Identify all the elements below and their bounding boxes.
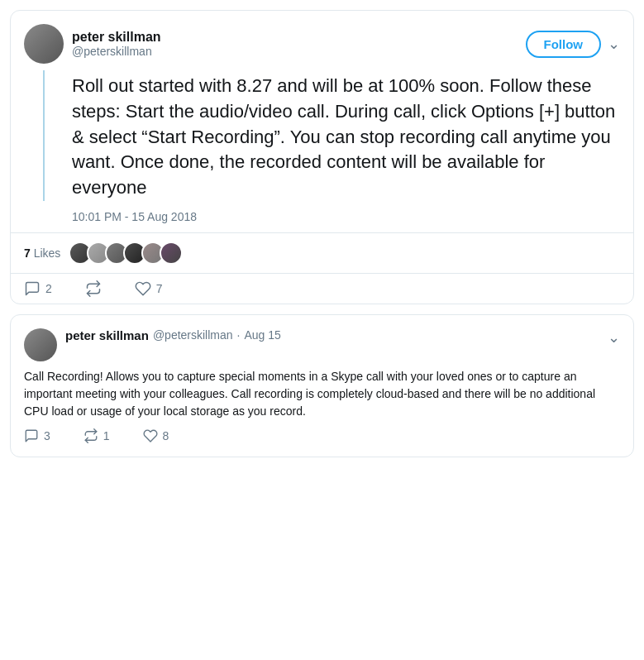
reply-date: Aug 15 bbox=[244, 328, 280, 342]
reply-like-count: 8 bbox=[163, 429, 169, 442]
reply-meta: peter skillman @peterskillman · Aug 15 bbox=[65, 328, 599, 342]
follow-button[interactable]: Follow bbox=[526, 31, 602, 58]
reply-actions-row: 3 1 8 bbox=[24, 428, 620, 443]
reply-icon bbox=[24, 280, 41, 297]
likes-row: 7 Likes bbox=[11, 233, 633, 274]
tweet-header: peter skillman @peterskillman Follow ⌄ bbox=[11, 11, 633, 70]
like-action[interactable]: 7 bbox=[135, 280, 163, 297]
left-col bbox=[24, 70, 64, 201]
tweet-meta: 10:01 PM - 15 Aug 2018 bbox=[11, 201, 633, 233]
reply-tweet-card: peter skillman @peterskillman · Aug 15 ⌄… bbox=[10, 314, 634, 457]
reply-header: peter skillman @peterskillman · Aug 15 ⌄ bbox=[24, 328, 620, 361]
main-tweet-card: peter skillman @peterskillman Follow ⌄ R… bbox=[10, 10, 634, 304]
likes-label: Likes bbox=[34, 246, 61, 260]
reply-display-name: peter skillman bbox=[65, 328, 149, 342]
tweet-text: Roll out started with 8.27 and will be a… bbox=[72, 74, 620, 201]
avatar bbox=[24, 24, 64, 64]
reply-reply-count: 3 bbox=[44, 429, 50, 442]
reply-dot: · bbox=[237, 328, 241, 342]
reply-reply-icon bbox=[24, 428, 39, 443]
likes-count: 7 Likes bbox=[24, 246, 60, 260]
handle: @peterskillman bbox=[72, 45, 526, 58]
reply-user-info: peter skillman @peterskillman · Aug 15 bbox=[65, 328, 599, 342]
reply-text: Call Recording! Allows you to capture sp… bbox=[24, 368, 620, 420]
like-avatars bbox=[69, 242, 183, 265]
like-icon bbox=[135, 280, 151, 297]
reply-reply-action[interactable]: 3 bbox=[24, 428, 50, 443]
actions-row: 2 7 bbox=[11, 274, 633, 304]
like-count: 7 bbox=[156, 282, 163, 295]
reply-like-icon bbox=[143, 428, 158, 443]
like-avatar-6 bbox=[160, 242, 183, 265]
reply-handle: @peterskillman bbox=[153, 328, 233, 342]
follow-area: Follow ⌄ bbox=[526, 31, 621, 58]
reply-more-icon[interactable]: ⌄ bbox=[608, 328, 620, 347]
vertical-line bbox=[43, 70, 45, 201]
reply-action[interactable]: 2 bbox=[24, 280, 52, 297]
reply-retweet-icon bbox=[83, 428, 98, 443]
retweet-action[interactable] bbox=[85, 280, 102, 297]
timestamp: 10:01 PM - 15 Aug 2018 bbox=[72, 210, 197, 223]
retweet-icon bbox=[85, 280, 102, 297]
reply-retweet-action[interactable]: 1 bbox=[83, 428, 110, 443]
tweet-content: Roll out started with 8.27 and will be a… bbox=[72, 70, 620, 201]
user-info: peter skillman @peterskillman bbox=[72, 30, 526, 58]
reply-retweet-count: 1 bbox=[103, 429, 110, 442]
reply-like-action[interactable]: 8 bbox=[143, 428, 169, 443]
reply-count: 2 bbox=[45, 282, 52, 295]
display-name: peter skillman bbox=[72, 30, 526, 45]
tweet-body: Roll out started with 8.27 and will be a… bbox=[11, 70, 633, 201]
more-options-icon[interactable]: ⌄ bbox=[608, 35, 620, 53]
reply-avatar bbox=[24, 328, 57, 361]
